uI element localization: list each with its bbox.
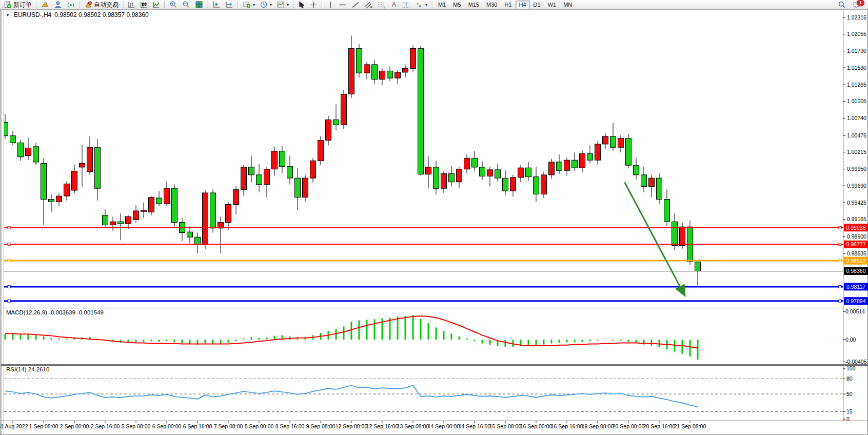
- svg-text:T: T: [405, 3, 408, 8]
- svg-text:16 Sep 00:00: 16 Sep 00:00: [520, 423, 553, 429]
- chart-shift-button[interactable]: [223, 1, 235, 9]
- timeframe-m1-button[interactable]: M1: [435, 1, 449, 9]
- timeframe-w1-button[interactable]: W1: [544, 1, 560, 9]
- svg-text:6 Sep 16:00: 6 Sep 16:00: [183, 423, 212, 429]
- bar-chart-mode-button[interactable]: [126, 1, 137, 9]
- svg-text:15: 15: [846, 408, 853, 414]
- trendline-tool-button[interactable]: [349, 1, 362, 9]
- clock-icon: [260, 1, 268, 9]
- current-price-label: 0.98360: [844, 267, 868, 275]
- svg-text:15 Sep 08:00: 15 Sep 08:00: [489, 423, 522, 429]
- svg-text:2 Sep 16:00: 2 Sep 16:00: [91, 423, 120, 429]
- svg-text:5 Sep 08:00: 5 Sep 08:00: [122, 423, 151, 429]
- equidistant-channel-icon: E: [364, 1, 373, 9]
- svg-text:14 Sep 16:00: 14 Sep 16:00: [459, 423, 491, 429]
- svg-text:8 Sep 16:00: 8 Sep 16:00: [275, 423, 305, 429]
- svg-text:8 Sep 00:00: 8 Sep 00:00: [245, 423, 274, 429]
- autotrade-button[interactable]: 自动交易: [82, 1, 121, 9]
- svg-text:0.00514: 0.00514: [845, 308, 865, 314]
- timeframe-m5-button[interactable]: M5: [449, 1, 464, 9]
- notifications-button[interactable]: 1: [852, 1, 862, 9]
- svg-text:1.00215: 1.00215: [847, 149, 866, 155]
- new-order-label: 新订单: [13, 1, 32, 9]
- svg-text:13 Sep 08:00: 13 Sep 08:00: [397, 423, 429, 429]
- timeframe-h4-button[interactable]: H4: [516, 1, 530, 9]
- deposit-button[interactable]: [39, 1, 51, 9]
- tile-windows-button[interactable]: [193, 1, 205, 9]
- toolbar-separator: [322, 1, 323, 8]
- autotrade-icon: [84, 1, 92, 9]
- svg-text:2 Sep 00:00: 2 Sep 00:00: [60, 423, 89, 429]
- svg-text:0.98523: 0.98523: [846, 258, 866, 264]
- chart-forward-button[interactable]: [210, 1, 223, 9]
- toolbar-drag-handle[interactable]: [431, 1, 433, 8]
- timeframe-h1-button[interactable]: H1: [501, 1, 515, 9]
- chart-shift-icon: [225, 1, 233, 9]
- vertical-line-tool-button[interactable]: [325, 1, 336, 9]
- chart-canvas[interactable]: 1.02315 1.02055 1.01790 1.01530 1.01265 …: [0, 0, 868, 435]
- toolbar: 新订单 自动交易: [0, 0, 868, 10]
- svg-text:19 Sep 08:00: 19 Sep 08:00: [582, 423, 614, 429]
- chart-ohlc-values: 0.98502 0.98502 0.98357 0.98360: [54, 11, 149, 18]
- periods-button[interactable]: ▾: [258, 1, 274, 9]
- zoom-in-button[interactable]: [167, 1, 180, 9]
- signals-broadcast-icon: [67, 1, 75, 9]
- toolbar-separator: [164, 1, 165, 8]
- toolbar-drag-handle[interactable]: [122, 1, 124, 8]
- price-level-label: 0.98523: [844, 257, 868, 265]
- zoom-out-button[interactable]: [180, 1, 192, 9]
- new-order-button[interactable]: 新订单: [2, 1, 34, 9]
- community-button[interactable]: [52, 1, 64, 9]
- svg-text:31 Aug 2022: 31 Aug 2022: [0, 423, 28, 429]
- search-button[interactable]: [836, 1, 848, 9]
- timeframe-m30-button[interactable]: M30: [483, 1, 501, 9]
- fibonacci-tool-button[interactable]: F: [376, 1, 388, 9]
- arrows-tool-button[interactable]: ▾: [413, 1, 429, 9]
- timeframe-m15-button[interactable]: M15: [465, 1, 483, 9]
- zoom-out-icon: [182, 1, 190, 9]
- templates-button[interactable]: ▾: [274, 1, 291, 9]
- zoom-in-icon: [169, 1, 177, 9]
- horizontal-line-tool-button[interactable]: [337, 1, 349, 9]
- chart-symbol-period: EURUSD-,H4: [14, 11, 51, 18]
- svg-text:0.99425: 0.99425: [847, 200, 866, 206]
- trendline-icon: [351, 1, 360, 9]
- crosshair-icon: [310, 1, 318, 9]
- timeframe-group: M1M5M15M30H1H4D1W1MN: [435, 1, 576, 9]
- cursor-tool-button[interactable]: [296, 1, 307, 9]
- indicators-button[interactable]: ▾: [241, 1, 257, 9]
- svg-text:12 Sep 00:00: 12 Sep 00:00: [336, 423, 368, 429]
- toolbar-drag-handle[interactable]: [292, 1, 294, 8]
- price-level-label: 0.98777: [844, 241, 868, 248]
- candlestick-mode-button[interactable]: [138, 1, 150, 9]
- timeframe-d1-button[interactable]: D1: [530, 1, 544, 9]
- timeframe-mn-button[interactable]: MN: [560, 1, 576, 9]
- signals-button[interactable]: [65, 1, 77, 9]
- svg-text:20 Sep 00:00: 20 Sep 00:00: [613, 423, 645, 429]
- autotrade-label: 自动交易: [94, 1, 119, 9]
- svg-text:14 Sep 00:00: 14 Sep 00:00: [428, 423, 460, 429]
- toolbar-right-group: 1: [836, 1, 866, 9]
- collapse-caret-icon[interactable]: ▼: [6, 13, 10, 17]
- community-person-icon: [54, 1, 62, 9]
- chart-info-line: ▼ EURUSD-,H4 0.98502 0.98502 0.98357 0.9…: [6, 11, 149, 18]
- svg-text:1.02055: 1.02055: [847, 31, 866, 37]
- svg-text:0.98777: 0.98777: [846, 241, 866, 247]
- svg-text:0.99950: 0.99950: [847, 166, 866, 172]
- chart-forward-icon: [212, 1, 221, 9]
- svg-text:50: 50: [846, 391, 853, 397]
- new-order-icon: [4, 1, 12, 9]
- svg-text:6 Sep 00:00: 6 Sep 00:00: [152, 423, 182, 429]
- macd-indicator-label: MACD(12,26,9) -0.003639 -0.001549: [6, 309, 104, 315]
- notification-badge: 1: [857, 0, 864, 6]
- text-tool-button[interactable]: A: [389, 1, 399, 9]
- svg-text:0.98635: 0.98635: [847, 250, 866, 256]
- toolbar-drag-handle[interactable]: [207, 1, 209, 8]
- channel-tool-button[interactable]: E: [362, 1, 375, 9]
- label-tool-button[interactable]: T: [400, 1, 412, 9]
- crosshair-tool-button[interactable]: [308, 1, 320, 9]
- line-chart-mode-button[interactable]: [150, 1, 162, 9]
- svg-text:0.97894: 0.97894: [846, 298, 866, 304]
- dropdown-arrow-icon: ▾: [270, 3, 272, 7]
- dropdown-arrow-icon: ▾: [253, 3, 255, 7]
